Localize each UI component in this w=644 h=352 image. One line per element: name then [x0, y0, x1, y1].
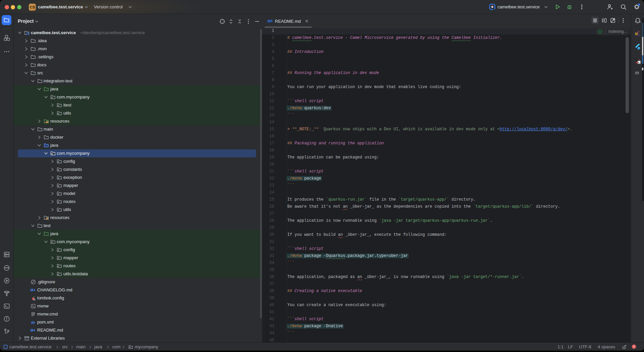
svg-text:L: L: [638, 33, 640, 37]
svg-text:M: M: [635, 32, 638, 36]
svg-text:M: M: [268, 19, 271, 23]
